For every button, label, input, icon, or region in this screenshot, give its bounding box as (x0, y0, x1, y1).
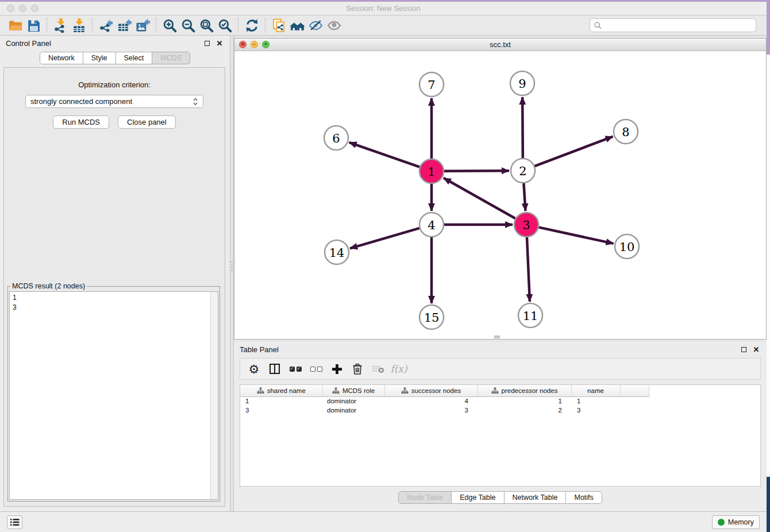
clone-network-icon[interactable] (270, 17, 288, 34)
table-row[interactable]: 3dominator323 (240, 406, 649, 415)
function-builder-icon[interactable]: f(x) (388, 360, 409, 377)
table-header-row[interactable]: shared name MCDS role successor nodes pr… (240, 385, 649, 396)
tab-style[interactable]: Style (83, 52, 116, 64)
graph-node-label: 15 (424, 311, 440, 325)
close-panel-icon[interactable]: ✕ (215, 38, 224, 48)
export-image-icon[interactable] (133, 17, 152, 34)
search-input[interactable] (605, 21, 752, 29)
deselect-all-icon[interactable] (306, 360, 326, 377)
refresh-view-icon[interactable] (242, 17, 261, 34)
memory-button[interactable]: Memory (712, 515, 760, 529)
search-box[interactable] (590, 18, 756, 32)
graph-node-label: 7 (428, 78, 435, 92)
table-cell[interactable]: 3 (240, 406, 322, 415)
desktop-edge-top (0, 0, 770, 2)
select-all-icon[interactable] (285, 360, 306, 377)
import-table-icon[interactable] (70, 17, 88, 34)
tab-motifs[interactable]: Motifs (565, 491, 602, 504)
table-cell[interactable]: 4 (384, 396, 478, 406)
table-cell[interactable]: 1 (478, 396, 571, 406)
column-header-label: successor nodes (411, 387, 461, 394)
network-canvas[interactable]: 7968124314101511 (234, 51, 766, 339)
tab-network-table[interactable]: Network Table (504, 491, 567, 504)
network-close-icon[interactable]: ✕ (239, 41, 247, 48)
table-cell-filler (620, 396, 649, 406)
column-header-label: predecessor nodes (502, 387, 558, 394)
close-table-panel-icon[interactable]: ✕ (752, 345, 761, 354)
column-hierarchy-icon (401, 387, 409, 394)
table-cell[interactable]: 3 (384, 406, 478, 415)
export-table-icon[interactable] (115, 17, 133, 34)
graph-node-label: 10 (619, 240, 635, 254)
table-panel-title: Table Panel (240, 345, 736, 354)
result-scrollbar[interactable] (210, 292, 218, 499)
canvas-hscroll-thumb[interactable] (494, 336, 500, 338)
mcds-result-line: 3 (13, 303, 215, 313)
criterion-dropdown[interactable]: strongly connected component (25, 95, 203, 108)
graph-node-label: 3 (522, 218, 530, 232)
mcds-result-area[interactable]: 1 3 (9, 291, 218, 500)
app-window: Session: New Session (0, 0, 767, 532)
save-session-icon[interactable] (24, 17, 43, 34)
table-tabbar: Node Table Edge Table Network Table Moti… (234, 491, 767, 504)
graph-node-label: 1 (428, 165, 435, 179)
graph-edge-4-14[interactable] (350, 228, 419, 248)
panel-splitter[interactable] (230, 36, 234, 511)
import-network-icon[interactable] (51, 17, 70, 34)
float-table-panel-icon[interactable] (739, 345, 748, 354)
control-panel-tabbar: Network Style Select MCDS (0, 52, 230, 64)
float-panel-icon[interactable] (202, 38, 211, 48)
graph-edge-2-9[interactable] (522, 97, 523, 158)
main-toolbar (0, 16, 767, 36)
chevron-updown-icon (192, 98, 198, 106)
splitter-grip-icon (231, 261, 233, 273)
graph-node-label: 8 (622, 125, 629, 139)
zoom-in-icon[interactable] (160, 17, 179, 34)
graph-edge-3-1[interactable] (444, 178, 515, 218)
gear-icon[interactable]: ⚙ (244, 360, 264, 377)
table-cell[interactable]: 1 (571, 396, 620, 406)
graph-edge-2-3[interactable] (523, 183, 525, 211)
add-icon[interactable] (326, 360, 347, 377)
graph-node-label: 11 (523, 309, 538, 323)
graph-edge-3-11[interactable] (527, 237, 530, 302)
table-row[interactable]: 1dominator411 (240, 396, 649, 406)
graph-edge-3-10[interactable] (538, 228, 613, 244)
network-window-titlebar[interactable]: ✕ − + scc.txt (234, 38, 766, 51)
tab-edge-table[interactable]: Edge Table (451, 491, 504, 504)
criterion-dropdown-value: strongly connected component (30, 97, 192, 106)
delete-table-icon[interactable] (368, 360, 388, 377)
table-cell-filler (620, 406, 649, 415)
tab-node-table[interactable]: Node Table (398, 491, 452, 504)
task-history-button[interactable] (7, 515, 22, 529)
run-mcds-button[interactable]: Run MCDS (53, 115, 109, 129)
table-cell[interactable]: dominator (322, 406, 384, 415)
graph-edge-1-6[interactable] (349, 142, 420, 167)
column-hierarchy-icon (491, 387, 499, 394)
close-panel-button[interactable]: Close panel (118, 115, 176, 129)
export-network-icon[interactable] (97, 17, 115, 34)
network-overview-icon[interactable] (288, 17, 306, 34)
tab-select[interactable]: Select (116, 52, 153, 64)
network-minimize-icon[interactable]: − (251, 41, 258, 48)
column-header-label: name (587, 387, 604, 394)
tab-mcds[interactable]: MCDS (152, 52, 190, 64)
open-session-icon[interactable] (6, 17, 24, 34)
zoom-fit-icon[interactable] (197, 17, 215, 34)
mcds-panel-body: Optimization criterion: strongly connect… (3, 67, 225, 507)
show-graphics-details-icon[interactable] (325, 17, 343, 34)
table-cell[interactable]: 3 (571, 406, 620, 415)
trash-icon[interactable] (347, 360, 368, 377)
graph-edge-2-8[interactable] (535, 137, 613, 167)
table-cell[interactable]: 1 (240, 396, 322, 406)
zoom-selected-icon[interactable] (215, 17, 234, 34)
tab-network[interactable]: Network (40, 52, 83, 64)
graph-edge-1-2[interactable] (444, 171, 509, 171)
graph-node-label: 6 (332, 132, 340, 145)
network-maximize-icon[interactable]: + (262, 41, 270, 48)
table-cell[interactable]: 2 (478, 406, 571, 415)
hide-graphics-details-icon[interactable] (306, 17, 325, 34)
table-cell[interactable]: dominator (322, 396, 384, 406)
zoom-out-icon[interactable] (179, 17, 197, 34)
column-layout-icon[interactable] (264, 360, 285, 377)
